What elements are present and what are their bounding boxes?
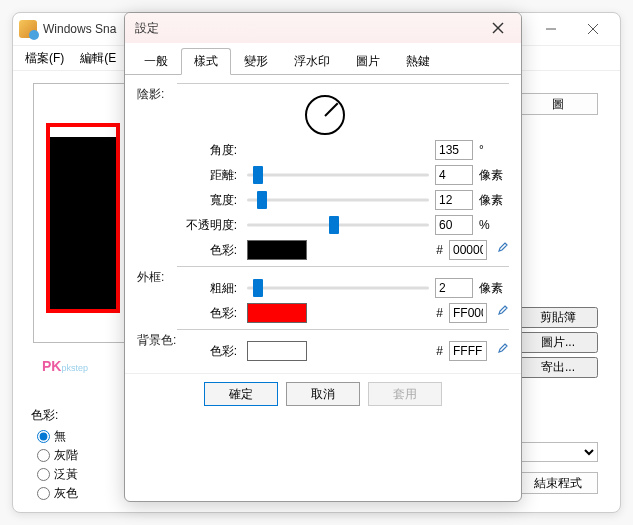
width-input[interactable]	[435, 190, 473, 210]
clipboard-button[interactable]: 剪貼簿	[518, 307, 598, 328]
ok-button[interactable]: 確定	[204, 382, 278, 406]
dialog-tabs: 一般 樣式 變形 浮水印 圖片 熱鍵	[125, 43, 521, 75]
send-button[interactable]: 寄出...	[518, 357, 598, 378]
bg-color-input[interactable]	[449, 341, 487, 361]
app-icon	[19, 20, 37, 38]
eyedropper-icon[interactable]	[493, 342, 509, 361]
section-border-label: 外框:	[137, 269, 164, 286]
tab-transform[interactable]: 變形	[231, 48, 281, 75]
opacity-slider[interactable]	[247, 215, 429, 235]
width-label: 寬度:	[177, 192, 241, 209]
apply-button[interactable]: 套用	[368, 382, 442, 406]
dialog-button-row: 確定 取消 套用	[125, 373, 521, 416]
shadow-color-swatch[interactable]	[247, 240, 307, 260]
thickness-slider[interactable]	[247, 278, 429, 298]
radio-grayscale[interactable]: 灰階	[37, 447, 78, 464]
combo-select[interactable]	[518, 442, 598, 462]
distance-input[interactable]	[435, 165, 473, 185]
radio-none[interactable]: 無	[37, 428, 78, 445]
distance-slider[interactable]	[247, 165, 429, 185]
opacity-input[interactable]	[435, 215, 473, 235]
tab-watermark[interactable]: 浮水印	[281, 48, 343, 75]
radio-gray[interactable]: 灰色	[37, 485, 78, 502]
preview-frame: PKpkstep	[33, 83, 133, 343]
angle-dial[interactable]	[305, 95, 345, 135]
shadow-color-label: 色彩:	[177, 242, 241, 259]
close-button[interactable]	[572, 15, 614, 43]
angle-unit: °	[479, 143, 509, 157]
section-shadow-label: 陰影:	[137, 86, 164, 103]
exit-button[interactable]: 結束程式	[518, 472, 598, 494]
hash-label: #	[436, 243, 443, 257]
section-background-label: 背景色:	[137, 332, 176, 349]
radio-sepia[interactable]: 泛黃	[37, 466, 78, 483]
thickness-unit: 像素	[479, 280, 509, 297]
dialog-content: 陰影: 角度: ° 距離:	[125, 75, 521, 373]
dialog-title: 設定	[135, 20, 485, 37]
width-slider[interactable]	[247, 190, 429, 210]
preview-image	[46, 123, 120, 313]
watermark-logo: PKpkstep	[42, 358, 88, 374]
minimize-button[interactable]	[530, 15, 572, 43]
border-color-label: 色彩:	[177, 305, 241, 322]
eyedropper-icon[interactable]	[493, 304, 509, 323]
settings-dialog: 設定 一般 樣式 變形 浮水印 圖片 熱鍵 陰影: 角度	[124, 12, 522, 502]
tab-style[interactable]: 樣式	[181, 48, 231, 75]
tab-hotkey[interactable]: 熱鍵	[393, 48, 443, 75]
tab-general[interactable]: 一般	[131, 48, 181, 75]
distance-unit: 像素	[479, 167, 509, 184]
color-group-title: 色彩:	[31, 407, 78, 424]
menu-file[interactable]: 檔案(F)	[17, 47, 72, 70]
bg-color-label: 色彩:	[177, 343, 241, 360]
dialog-titlebar: 設定	[125, 13, 521, 43]
width-unit: 像素	[479, 192, 509, 209]
dialog-close-button[interactable]	[485, 15, 511, 41]
opacity-label: 不透明度:	[177, 217, 241, 234]
angle-label: 角度:	[177, 142, 241, 159]
border-color-swatch[interactable]	[247, 303, 307, 323]
border-color-input[interactable]	[449, 303, 487, 323]
cancel-button[interactable]: 取消	[286, 382, 360, 406]
color-group: 色彩: 無 灰階 泛黃 灰色	[31, 407, 78, 504]
main-title: Windows Sna	[43, 22, 116, 36]
thickness-label: 粗細:	[177, 280, 241, 297]
right-button-1[interactable]: 圖	[518, 93, 598, 115]
bg-color-swatch[interactable]	[247, 341, 307, 361]
opacity-unit: %	[479, 218, 509, 232]
shadow-color-input[interactable]	[449, 240, 487, 260]
image-button[interactable]: 圖片...	[518, 332, 598, 353]
distance-label: 距離:	[177, 167, 241, 184]
menu-edit[interactable]: 編輯(E	[72, 47, 124, 70]
angle-input[interactable]	[435, 140, 473, 160]
thickness-input[interactable]	[435, 278, 473, 298]
eyedropper-icon[interactable]	[493, 241, 509, 260]
tab-image[interactable]: 圖片	[343, 48, 393, 75]
